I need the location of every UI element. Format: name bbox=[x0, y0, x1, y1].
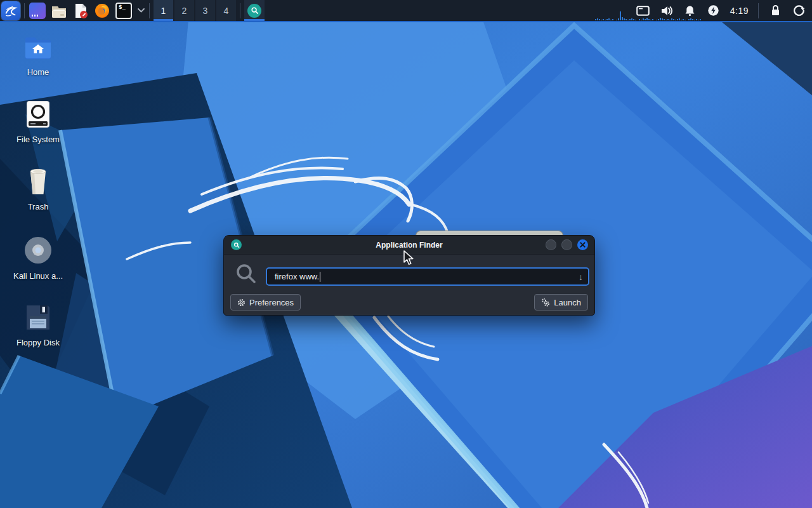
desktop-screen: $_ 1 2 3 4 bbox=[0, 0, 812, 508]
search-icon bbox=[234, 262, 258, 286]
floppy-disk-icon bbox=[25, 304, 51, 331]
text-caret bbox=[320, 272, 320, 282]
panel-launchers: $_ 1 2 3 4 bbox=[0, 0, 265, 21]
panel-separator bbox=[758, 3, 759, 18]
lock-icon[interactable] bbox=[768, 4, 782, 18]
touchpad-icon[interactable] bbox=[636, 4, 650, 18]
notifications-icon[interactable] bbox=[683, 4, 697, 18]
desktop-icon-label: Trash bbox=[28, 202, 49, 211]
workspace-1[interactable]: 1 bbox=[154, 0, 173, 21]
firefox-launcher[interactable] bbox=[93, 2, 111, 20]
launch-button[interactable]: Launch bbox=[534, 294, 588, 311]
kali-disc-icon bbox=[23, 236, 53, 265]
launch-gears-icon bbox=[541, 298, 550, 307]
desktop-icon-label: File System bbox=[16, 135, 60, 144]
preferences-button[interactable]: Preferences bbox=[230, 294, 301, 311]
search-input-value: firefox www. bbox=[275, 272, 319, 281]
text-editor-icon bbox=[72, 3, 89, 19]
home-folder-icon bbox=[23, 34, 53, 61]
minimize-button[interactable] bbox=[546, 239, 556, 250]
desktop-icon-floppy[interactable]: Floppy Disk bbox=[5, 304, 71, 347]
workspace-4[interactable]: 4 bbox=[216, 0, 236, 21]
launch-label: Launch bbox=[554, 298, 581, 307]
desktop-icon-label: Kali Linux a... bbox=[13, 271, 63, 281]
desktop-icon-label: Home bbox=[27, 67, 49, 77]
kali-menu-icon bbox=[4, 4, 18, 18]
panel-separator bbox=[24, 3, 25, 18]
close-button[interactable] bbox=[577, 239, 588, 250]
desktop-icon-label: Floppy Disk bbox=[16, 338, 60, 347]
workspace-3[interactable]: 3 bbox=[195, 0, 215, 21]
application-finder-icon bbox=[231, 239, 242, 250]
file-manager-launcher[interactable] bbox=[50, 2, 68, 20]
application-finder-task-button[interactable] bbox=[244, 0, 265, 21]
panel-clock[interactable]: 4:19 bbox=[730, 6, 749, 16]
window-app-launcher[interactable] bbox=[29, 2, 46, 20]
desktop-icon-kali-cd[interactable]: Kali Linux a... bbox=[5, 236, 71, 281]
file-system-drive-icon bbox=[26, 100, 50, 128]
window-app-icon bbox=[29, 3, 46, 19]
dialog-buttons: Preferences Launch bbox=[230, 294, 588, 311]
panel-separator bbox=[149, 3, 150, 18]
kali-menu-button[interactable] bbox=[1, 1, 20, 20]
mouse-cursor bbox=[403, 250, 414, 267]
text-editor-launcher[interactable] bbox=[72, 2, 89, 20]
terminal-icon: $_ bbox=[115, 3, 132, 19]
chevron-down-icon bbox=[138, 8, 145, 13]
gear-icon bbox=[237, 298, 246, 307]
desktop-icon-trash[interactable]: Trash bbox=[5, 168, 71, 211]
maximize-button[interactable] bbox=[561, 239, 572, 250]
workspace-switcher: 1 2 3 4 bbox=[154, 0, 236, 21]
desktop-icon-home[interactable]: Home bbox=[5, 34, 71, 77]
panel-separator bbox=[240, 3, 240, 18]
top-panel: $_ 1 2 3 4 bbox=[0, 0, 812, 22]
volume-icon[interactable] bbox=[660, 4, 674, 18]
logout-icon[interactable] bbox=[792, 4, 806, 18]
history-dropdown-arrow-icon[interactable]: ↓ bbox=[579, 272, 583, 282]
preferences-label: Preferences bbox=[249, 298, 294, 307]
system-tray: 4:19 bbox=[636, 0, 812, 21]
application-finder-window: Application Finder firefox www. ↓ bbox=[223, 235, 595, 316]
application-finder-icon bbox=[247, 4, 261, 18]
search-input[interactable]: firefox www. ↓ bbox=[266, 267, 589, 286]
window-title: Application Finder bbox=[224, 241, 594, 250]
file-manager-icon bbox=[51, 3, 67, 19]
trash-icon bbox=[25, 168, 51, 196]
power-manager-icon[interactable] bbox=[707, 4, 721, 18]
terminal-launcher[interactable]: $_ bbox=[115, 2, 133, 20]
desktop-icon-file-system[interactable]: File System bbox=[5, 100, 71, 144]
workspace-2[interactable]: 2 bbox=[174, 0, 194, 21]
firefox-icon bbox=[94, 3, 110, 19]
close-icon bbox=[580, 242, 586, 248]
terminal-dropdown[interactable] bbox=[136, 2, 145, 20]
